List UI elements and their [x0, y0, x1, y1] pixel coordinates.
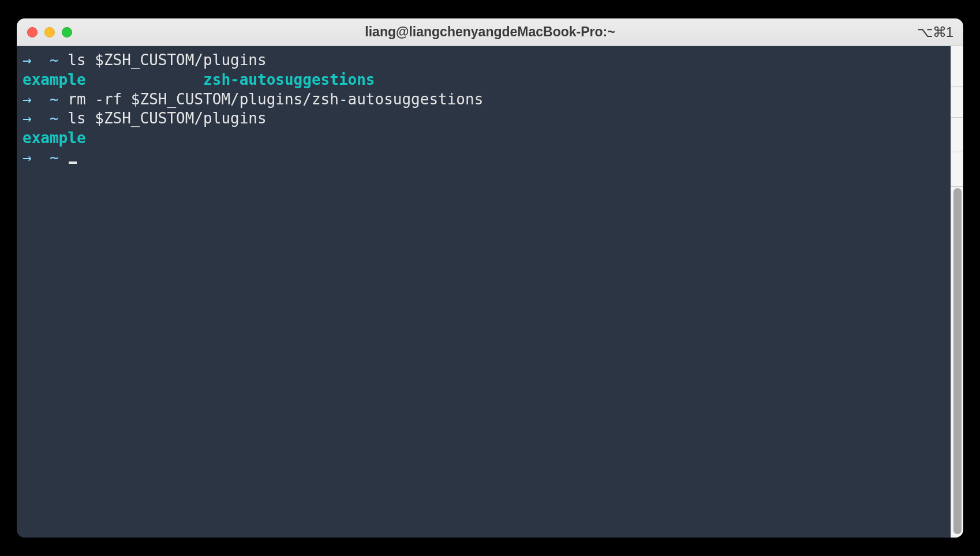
- window-title: liang@liangchenyangdeMacBook-Pro:~: [365, 24, 615, 40]
- prompt-arrow: →: [23, 91, 32, 108]
- command-text: ls $ZSH_CUSTOM/plugins: [68, 51, 266, 69]
- terminal-content[interactable]: → ~ ls $ZSH_CUSTOM/pluginsexample zsh-au…: [17, 46, 951, 538]
- terminal-line: example zsh-autosuggestions: [23, 70, 945, 90]
- prompt-arrow: →: [23, 51, 32, 69]
- titlebar[interactable]: liang@liangchenyangdeMacBook-Pro:~ ⌥⌘1: [17, 18, 963, 46]
- scrollbar-segment: [951, 46, 963, 87]
- scrollbar-track[interactable]: [951, 187, 963, 538]
- directory-name: example: [23, 129, 86, 146]
- prompt-arrow: →: [23, 110, 32, 127]
- prompt-tilde: ~: [50, 110, 59, 127]
- command-text: ls $ZSH_CUSTOM/plugins: [68, 110, 266, 127]
- prompt-tilde: ~: [50, 91, 59, 108]
- scrollbar[interactable]: [951, 46, 963, 538]
- terminal-line: → ~ rm -rf $ZSH_CUSTOM/plugins/zsh-autos…: [23, 90, 945, 110]
- terminal-window: liang@liangchenyangdeMacBook-Pro:~ ⌥⌘1 →…: [17, 18, 963, 538]
- scrollbar-thumb[interactable]: [953, 188, 962, 534]
- directory-name: zsh-autosuggestions: [203, 71, 375, 88]
- minimize-button[interactable]: [44, 27, 55, 37]
- close-button[interactable]: [27, 27, 38, 37]
- command-text: rm -rf $ZSH_CUSTOM/plugins/zsh-autosugge…: [68, 91, 483, 108]
- fullscreen-button[interactable]: [62, 27, 72, 37]
- terminal-body: → ~ ls $ZSH_CUSTOM/pluginsexample zsh-au…: [17, 46, 963, 538]
- scrollbar-segment: [951, 87, 963, 118]
- scrollbar-segment: [951, 152, 963, 187]
- prompt-arrow: →: [23, 149, 32, 166]
- terminal-line: → ~ ls $ZSH_CUSTOM/plugins: [23, 109, 945, 129]
- prompt-tilde: ~: [50, 149, 59, 166]
- traffic-lights: [17, 27, 72, 37]
- terminal-line: example: [23, 129, 945, 148]
- terminal-line: → ~: [23, 148, 945, 168]
- keyboard-shortcut-label: ⌥⌘1: [917, 24, 953, 40]
- cursor: [69, 161, 77, 164]
- scrollbar-segment: [951, 118, 963, 152]
- prompt-tilde: ~: [50, 51, 59, 69]
- directory-name: example: [23, 71, 86, 88]
- terminal-line: → ~ ls $ZSH_CUSTOM/plugins: [23, 51, 945, 70]
